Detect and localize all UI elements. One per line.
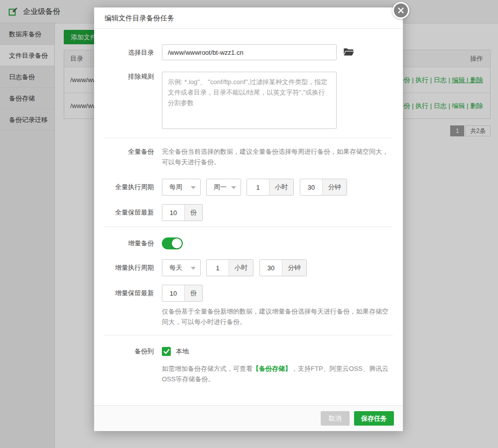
minute-unit-label: 分钟 (322, 179, 347, 195)
folder-picker-button[interactable] (343, 47, 354, 57)
divider (104, 335, 393, 336)
full-minute-group: 分钟 (300, 179, 347, 196)
chevron-down-icon (191, 186, 196, 189)
incr-cycle-type-value: 每天 (169, 263, 182, 272)
full-cycle-type-select[interactable]: 每周 (162, 179, 201, 196)
backup-storage-link[interactable]: 【备份存储】 (252, 365, 291, 372)
full-backup-label: 全量备份 (104, 146, 154, 157)
storage-desc-prefix: 如需增加备份存储方式，可查看 (162, 365, 252, 372)
cancel-button[interactable]: 取消 (321, 411, 350, 426)
toggle-knob (172, 238, 182, 248)
local-storage-label: 本地 (176, 347, 189, 356)
exclude-label: 排除规则 (104, 72, 154, 82)
directory-input[interactable] (162, 44, 337, 60)
folder-icon (343, 47, 354, 57)
modal-title: 编辑文件目录备份任务 (94, 7, 403, 29)
exclude-rules-textarea[interactable] (162, 72, 337, 129)
incr-minute-input[interactable] (260, 260, 282, 276)
edit-backup-task-modal: 编辑文件目录备份任务 选择目录 排除规则 全量备份 完全备 (94, 7, 403, 431)
storage-description: 如需增加备份存储方式，可查看【备份存储】，支持FTP、阿里云OSS、腾讯云OSS… (162, 363, 393, 384)
incr-minute-group: 分钟 (259, 259, 307, 276)
modal-footer: 取消 保存任务 (94, 405, 403, 431)
local-storage-checkbox[interactable] (162, 347, 171, 356)
incremental-backup-toggle[interactable] (162, 237, 183, 249)
full-cycle-type-value: 每周 (169, 183, 182, 192)
divider (104, 226, 393, 227)
incremental-description: 仅备份基于全量备份新增的数据，建议增量备份选择每天进行备份，如果存储空间大，可以… (162, 306, 393, 327)
hour-unit-label: 小时 (229, 260, 253, 276)
backup-to-label: 备份到 (104, 346, 154, 356)
full-cycle-day-value: 周一 (214, 183, 227, 192)
full-cycle-day-select[interactable]: 周一 (206, 179, 241, 196)
full-minute-input[interactable] (300, 179, 322, 195)
full-keep-label: 全量保留最新 (104, 204, 154, 221)
incr-keep-input[interactable] (162, 285, 184, 301)
full-backup-description: 完全备份当前选择的数据，建议全量备份选择每周进行备份，如果存储空间大，可以每天进… (162, 146, 393, 167)
incr-hour-group: 小时 (206, 259, 253, 276)
modal-body: 选择目录 排除规则 全量备份 完全备份当前选择的数据，建议全量备份选择每周进行备… (94, 29, 403, 384)
incremental-backup-label: 增量备份 (104, 237, 154, 249)
keep-unit-label: 份 (184, 285, 202, 301)
full-hour-group: 小时 (247, 179, 294, 196)
divider (104, 138, 393, 138)
keep-unit-label: 份 (184, 205, 202, 221)
save-task-button[interactable]: 保存任务 (354, 411, 394, 426)
full-hour-input[interactable] (247, 179, 269, 195)
close-icon (397, 7, 404, 14)
full-keep-input[interactable] (162, 205, 184, 221)
incr-keep-label: 增量保留最新 (104, 285, 154, 302)
hour-unit-label: 小时 (269, 179, 293, 195)
dir-label: 选择目录 (104, 44, 154, 61)
full-cycle-label: 全量执行周期 (104, 179, 154, 196)
incr-cycle-label: 增量执行周期 (104, 259, 154, 276)
minute-unit-label: 分钟 (282, 260, 306, 276)
incr-cycle-type-select[interactable]: 每天 (162, 259, 201, 276)
check-icon (163, 348, 170, 354)
chevron-down-icon (191, 267, 196, 270)
full-keep-group: 份 (162, 204, 203, 221)
incr-hour-input[interactable] (207, 260, 229, 276)
close-button[interactable] (392, 2, 409, 19)
incr-keep-group: 份 (162, 285, 203, 302)
chevron-down-icon (231, 186, 236, 189)
